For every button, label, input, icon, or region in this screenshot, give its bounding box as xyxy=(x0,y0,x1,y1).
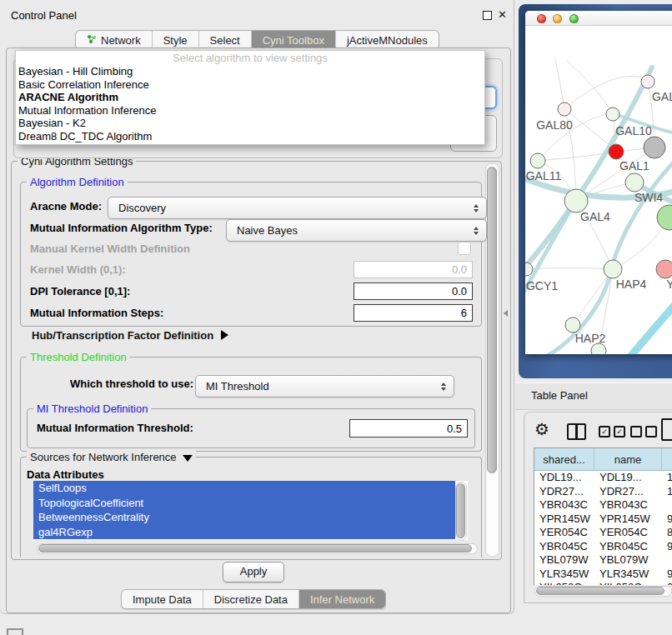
column-header-shared[interactable]: shared... xyxy=(534,448,594,471)
network-node[interactable] xyxy=(606,108,619,121)
bottom-tab-infer-network[interactable]: Infer Network xyxy=(298,590,385,608)
mi-steps-field[interactable] xyxy=(354,304,473,322)
attribute-item-betweennesscentrality[interactable]: BetweennessCentrality xyxy=(33,510,455,525)
network-canvas[interactable]: GAL80GAL10GALGAL1GAL11SWI4GAL4GCY1HAP4YH… xyxy=(525,26,672,354)
algorithm-option-aracne-algorithm[interactable]: ARACNE Algorithm xyxy=(16,91,484,104)
collapse-down-icon[interactable] xyxy=(183,455,193,462)
network-window: GAL80GAL10GALGAL1GAL11SWI4GAL4GCY1HAP4YH… xyxy=(525,11,672,354)
minimize-button[interactable] xyxy=(553,14,562,23)
table-cell: YER054C xyxy=(534,526,594,540)
tab-style[interactable]: Style xyxy=(152,31,198,49)
mi-threshold-group-title: MI Threshold Definition xyxy=(33,402,151,415)
dpi-tolerance-label: DPI Tolerance [0,1]: xyxy=(30,285,130,298)
select-all-icon[interactable]: ✓✓ xyxy=(599,426,625,438)
attribute-item-selfloops[interactable]: SelfLoops xyxy=(33,481,455,496)
mi-type-combobox[interactable]: Naive Bayes xyxy=(226,219,487,242)
attributes-hscrollbar[interactable] xyxy=(37,543,478,554)
deselect-all-icon[interactable] xyxy=(630,426,657,438)
tab-select-label: Select xyxy=(210,34,240,47)
close-icon[interactable]: ✕ xyxy=(498,8,507,21)
algorithm-option-basic-correlation-inference[interactable]: Basic Correlation Inference xyxy=(16,78,484,92)
tab-cyni-toolbox[interactable]: Cyni Toolbox xyxy=(251,31,335,49)
table-row[interactable]: YIL052CYIL052C0. xyxy=(534,581,672,585)
export-table-icon[interactable] xyxy=(661,418,672,441)
stepper-arrows-icon xyxy=(474,204,479,212)
sources-group-title: Sources for Network Inference xyxy=(27,451,196,463)
algorithm-option-mutual-information-inference[interactable]: Mutual Information Inference xyxy=(16,104,484,118)
mi-threshold-field[interactable] xyxy=(349,419,468,438)
cyni-bottom-tabbar: Impute DataDiscretize DataInfer Network xyxy=(121,589,386,609)
table-cell: YIL052C xyxy=(534,581,594,585)
tab-select[interactable]: Select xyxy=(198,31,251,49)
column-header-a[interactable]: A... xyxy=(662,448,672,471)
hub-definition-expander[interactable]: Hub/Transcription Factor Definition xyxy=(32,329,228,342)
network-node-label: HAP2 xyxy=(575,332,606,345)
column-header-name[interactable]: name xyxy=(594,448,662,471)
network-node[interactable] xyxy=(644,137,665,158)
attributes-hscrollbar-thumb[interactable] xyxy=(38,544,472,552)
table-row[interactable]: YBL079WYBL079W xyxy=(534,553,672,568)
network-node[interactable] xyxy=(609,144,624,159)
table-row[interactable]: YBR045CYBR045C9. xyxy=(534,540,672,554)
which-threshold-combobox[interactable]: MI Threshold xyxy=(195,375,454,398)
attribute-item-gal4rgexp[interactable]: gal4RGexp xyxy=(33,525,455,540)
algorithm-dropdown-popup: Select algorithm to view settings Bayesi… xyxy=(15,50,485,145)
column-layout-icon[interactable] xyxy=(567,423,586,440)
attributes-scrollbar-thumb[interactable] xyxy=(456,483,465,538)
tab-network[interactable]: Network xyxy=(76,31,152,49)
table-cell: 9. xyxy=(662,512,672,527)
table-hscrollbar-thumb[interactable] xyxy=(536,587,664,595)
settings-scrollbar[interactable] xyxy=(485,163,499,557)
table-cell: 9. xyxy=(662,568,672,582)
settings-gear-icon[interactable]: ⚙ xyxy=(534,419,549,439)
table-hscrollbar[interactable] xyxy=(534,586,672,597)
algorithm-option-bayesian-k2[interactable]: Bayesian - K2 xyxy=(16,117,484,130)
network-node[interactable] xyxy=(657,205,672,230)
table-row[interactable]: YDL19...YDL19...13 xyxy=(534,471,672,485)
settings-scrollbar-thumb[interactable] xyxy=(487,167,497,473)
kernel-width-field[interactable] xyxy=(354,261,473,278)
table-cell: 12 xyxy=(662,485,672,499)
table-row[interactable]: YPR145WYPR145W9. xyxy=(534,512,672,527)
float-window-icon[interactable] xyxy=(483,11,492,20)
algorithm-option-dream8-dc-tdc-algorithm[interactable]: Dream8 DC_TDC Algorithm xyxy=(16,130,484,143)
attribute-item-topologicalcoefficient[interactable]: TopologicalCoefficient xyxy=(33,496,455,511)
network-window-titlebar[interactable] xyxy=(525,11,672,26)
network-node[interactable] xyxy=(530,153,545,168)
manual-kernel-label: Manual Kernel Width Definition xyxy=(30,242,190,255)
table-row[interactable]: YER054CYER054C8. xyxy=(534,526,672,540)
mi-steps-label: Mutual Information Steps: xyxy=(30,307,163,319)
attributes-list-scrollbar[interactable] xyxy=(455,482,467,541)
network-edge xyxy=(567,61,613,114)
zoom-button[interactable] xyxy=(569,14,579,23)
tab-jactivemnodules[interactable]: jActiveMNodules xyxy=(335,31,439,49)
algorithm-option-bayesian-hill-climbing[interactable]: Bayesian - Hill Climbing xyxy=(16,65,484,78)
table-row[interactable]: YLR345WYLR345W9. xyxy=(534,568,672,582)
aracne-mode-combobox[interactable]: Discovery xyxy=(108,197,487,219)
algorithm-definition-title: Algorithm Definition xyxy=(27,176,128,188)
hub-definition-label: Hub/Transcription Factor Definition xyxy=(32,329,213,342)
network-node[interactable] xyxy=(565,318,580,332)
panel-divider-handle[interactable] xyxy=(504,310,508,317)
bottom-tab-discretize-data-label: Discretize Data xyxy=(214,593,288,606)
bottom-tab-discretize-data[interactable]: Discretize Data xyxy=(203,590,298,608)
table-cell xyxy=(662,553,672,568)
network-node-label: GAL xyxy=(652,90,672,103)
table-cell: YBR043C xyxy=(594,498,662,512)
network-node[interactable] xyxy=(656,260,672,278)
network-node[interactable] xyxy=(558,102,571,116)
tab-network-label: Network xyxy=(101,34,141,47)
bottom-tab-impute-data[interactable]: Impute Data xyxy=(122,590,203,608)
table-row[interactable]: YDR27...YDR27...12 xyxy=(534,485,672,499)
dpi-tolerance-field[interactable] xyxy=(354,282,473,300)
manual-kernel-checkbox[interactable] xyxy=(458,242,471,255)
network-node[interactable] xyxy=(564,189,588,212)
network-node[interactable] xyxy=(641,75,654,88)
network-node[interactable] xyxy=(625,173,644,192)
table-row[interactable]: YBR043CYBR043C xyxy=(534,498,672,512)
apply-button[interactable]: Apply xyxy=(223,562,284,582)
close-button[interactable] xyxy=(537,14,546,23)
network-node[interactable] xyxy=(604,260,622,278)
table-cell: YBL079W xyxy=(594,553,662,568)
bottom-left-panel-button[interactable] xyxy=(7,628,23,635)
